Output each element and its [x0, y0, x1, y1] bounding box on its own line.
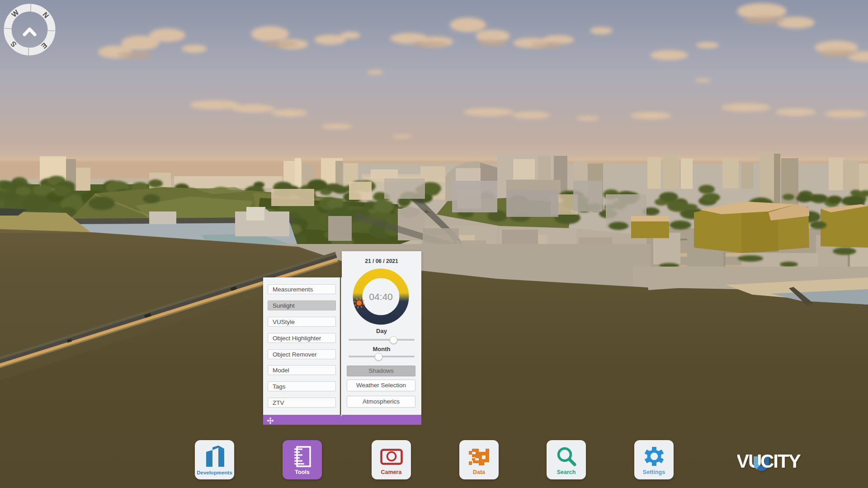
svg-text:CITY: CITY — [760, 451, 801, 472]
svg-text:04:40: 04:40 — [369, 291, 393, 302]
